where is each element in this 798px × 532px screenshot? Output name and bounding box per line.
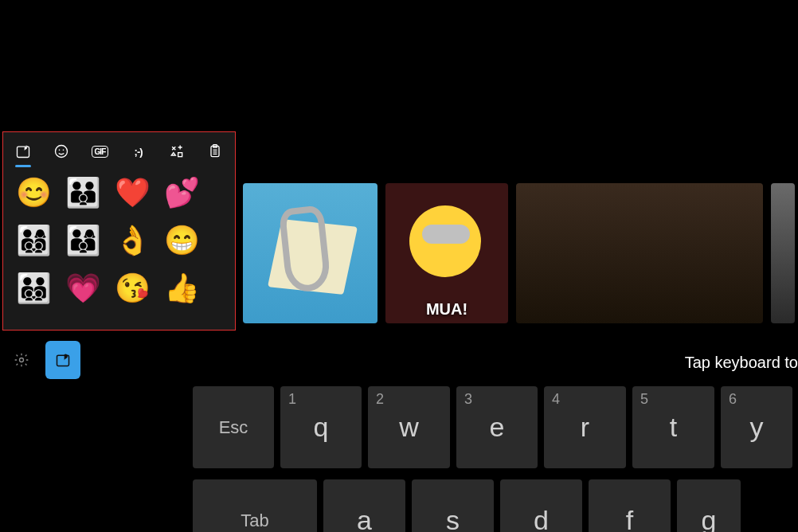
key-f[interactable]: f [589, 479, 671, 532]
key-r[interactable]: 4r [544, 386, 626, 468]
tab-gif[interactable]: GIF [91, 142, 108, 161]
emoji-item[interactable]: 😁 [162, 221, 201, 260]
keyboard-row-2: Tab a s d f g [193, 479, 798, 532]
tab-symbols[interactable] [168, 142, 186, 161]
tab-clipboard[interactable] [206, 142, 224, 161]
gif-strip: MUA! [243, 183, 798, 323]
key-e[interactable]: 3e [456, 386, 538, 468]
tab-kaomoji[interactable]: ;-) [130, 142, 147, 161]
gif-thumb-more[interactable] [771, 183, 795, 323]
tab-emoji[interactable] [53, 142, 70, 161]
svg-rect-0 [18, 147, 29, 157]
svg-point-1 [56, 146, 68, 158]
svg-rect-4 [178, 153, 182, 157]
gif-thumb-minion[interactable]: MUA! [385, 183, 508, 323]
key-esc[interactable]: Esc [193, 386, 274, 468]
key-d[interactable]: d [500, 479, 582, 532]
key-q[interactable]: 1q [280, 386, 362, 468]
emoji-picker-panel: GIF ;-) 😊 👨‍👨‍👦 ❤️ 💕 👨‍👩‍👦‍👦 👨‍👩‍👦 👌 😁 👨… [2, 131, 236, 331]
gif-caption: MUA! [426, 300, 467, 319]
emoji-panel-button[interactable] [45, 341, 80, 379]
svg-point-2 [59, 150, 61, 151]
emoji-item[interactable]: 👌 [113, 221, 151, 260]
emoji-item[interactable]: 👨‍👨‍👦 [64, 174, 102, 212]
picker-tabs: GIF ;-) [3, 132, 235, 166]
emoji-item[interactable]: 😘 [113, 269, 151, 307]
svg-point-3 [63, 150, 65, 151]
key-s[interactable]: s [412, 479, 494, 532]
emoji-item[interactable]: 💗 [64, 269, 102, 307]
key-g[interactable]: g [677, 479, 741, 532]
emoji-item[interactable]: 👨‍👩‍👦‍👦 [14, 221, 53, 260]
emoji-item[interactable]: 👍 [162, 269, 201, 307]
gif-thumb-applause[interactable] [516, 183, 763, 323]
key-a[interactable]: a [323, 479, 405, 532]
tab-recent[interactable] [14, 142, 32, 161]
key-t[interactable]: 5t [632, 386, 714, 468]
emoji-grid: 😊 👨‍👨‍👦 ❤️ 💕 👨‍👩‍👦‍👦 👨‍👩‍👦 👌 😁 👨‍👨‍👦‍👦 💗… [3, 166, 235, 320]
keyboard-toolbar [4, 341, 80, 379]
emoji-item[interactable]: 😊 [14, 174, 53, 212]
emoji-item[interactable]: 👨‍👩‍👦 [64, 221, 102, 260]
touch-keyboard: Esc 1q 2w 3e 4r 5t 6y Tab a s d f g [193, 386, 798, 532]
svg-point-7 [20, 358, 24, 362]
gif-thumb-clippy[interactable] [243, 183, 377, 323]
key-y[interactable]: 6y [721, 386, 792, 468]
keyboard-hint: Tap keyboard to [685, 354, 798, 372]
emoji-item[interactable]: 💕 [162, 174, 201, 212]
keyboard-row-1: Esc 1q 2w 3e 4r 5t 6y [193, 386, 798, 468]
emoji-item[interactable]: ❤️ [113, 174, 151, 212]
emoji-item[interactable]: 👨‍👨‍👦‍👦 [14, 269, 53, 307]
key-w[interactable]: 2w [368, 386, 450, 468]
settings-button[interactable] [4, 341, 39, 379]
key-tab[interactable]: Tab [193, 479, 317, 532]
